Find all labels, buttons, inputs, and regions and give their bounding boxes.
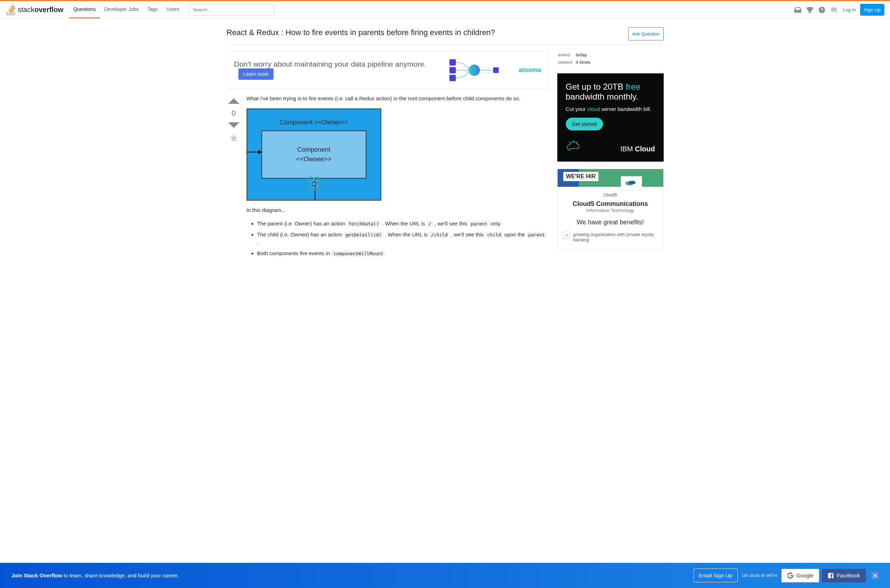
stackoverflow-icon: [6, 4, 16, 15]
asked-value: today: [576, 51, 594, 58]
svg-rect-3: [450, 67, 456, 74]
company-logo-text: Cloud5: [563, 192, 658, 197]
nav-users[interactable]: Users: [162, 1, 184, 18]
logo-text: stackoverflow: [18, 6, 63, 14]
svg-point-8: [483, 68, 484, 69]
hiring-benefit: growing organization with private equity…: [563, 230, 658, 244]
learn-more-button[interactable]: Learn more: [238, 68, 274, 80]
svg-point-11: [483, 72, 484, 73]
svg-point-22: [628, 181, 636, 184]
company-category: Information Technology: [563, 208, 658, 213]
favorite-button[interactable]: [229, 133, 239, 144]
svg-rect-7: [493, 68, 499, 73]
svg-rect-4: [450, 75, 456, 81]
nav-questions[interactable]: Questions: [69, 1, 100, 18]
pipeline-icon: [448, 57, 511, 82]
list-item: Both components fire events in component…: [257, 249, 549, 258]
svg-text:?: ?: [821, 8, 823, 12]
svg-line-19: [569, 141, 571, 143]
diagram-caption: In this diagram...: [247, 206, 549, 214]
signup-button[interactable]: Sign Up: [860, 4, 884, 16]
help-icon[interactable]: ?: [818, 7, 825, 13]
post-intro: What I've been trying is to fire events …: [247, 94, 549, 103]
ad-brand: IBM Cloud: [620, 145, 655, 153]
post: 0 What I've been trying is to fire event…: [227, 94, 549, 263]
ad-banner-top[interactable]: Don't worry about maintaining your data …: [227, 51, 549, 89]
svg-rect-2: [450, 59, 456, 66]
post-bullet-list: The parent (i.e. Owner) has an action fe…: [257, 220, 549, 257]
list-item: The child (i.e. Ownee) has an action get…: [257, 231, 549, 247]
search-box: [189, 4, 274, 16]
svg-point-14: [312, 182, 315, 185]
login-link[interactable]: Log In: [843, 7, 856, 12]
cloud5-icon: [624, 180, 639, 187]
arrow-icon: [247, 152, 262, 152]
hiring-badge: WE'RE HIR: [563, 172, 599, 181]
ad-text: Don't worry about maintaining your data …: [234, 60, 441, 80]
question-header: React & Redux : How to fire events in pa…: [227, 27, 664, 45]
inbox-icon[interactable]: [794, 7, 801, 13]
viewed-value: 4 times: [576, 59, 594, 66]
svg-line-20: [576, 141, 578, 143]
site-header: stackoverflow Questions Developer Jobs T…: [0, 1, 890, 19]
nav-tags[interactable]: Tags: [143, 1, 162, 18]
hiring-header: WE'RE HIR: [558, 169, 663, 187]
question-title: React & Redux : How to fire events in pa…: [227, 27, 495, 38]
post-body: What I've been trying is to fire events …: [247, 94, 549, 263]
vote-column: 0: [227, 94, 241, 263]
sidebar: askedtoday viewed4 times Get up to 20TB …: [557, 51, 664, 263]
svg-point-9: [486, 68, 487, 69]
sidebar-ad-ibm[interactable]: Get up to 20TB free bandwidth monthly. C…: [557, 74, 664, 162]
viewed-label: viewed: [558, 59, 575, 66]
community-icon[interactable]: [830, 7, 837, 13]
diagram-ownee-box: Component <<Ownee>>: [262, 130, 367, 178]
nav-developer-jobs[interactable]: Developer Jobs: [100, 1, 143, 18]
cloud-icon: [566, 140, 582, 153]
ad-subtext: Cut your cloud server bandwidth bill.: [566, 106, 655, 112]
vote-count: 0: [232, 109, 236, 117]
svg-point-13: [489, 72, 490, 73]
svg-point-12: [486, 72, 487, 73]
company-logo: [621, 176, 642, 190]
star-icon: [563, 232, 570, 239]
react-icon: [305, 175, 323, 193]
component-diagram: Component <<Owner>> Component <<Ownee>>: [247, 108, 381, 201]
diagram-owner-label: Component <<Owner>>: [247, 118, 380, 127]
company-name: Cloud5 Communications: [563, 200, 658, 208]
svg-point-5: [469, 64, 480, 76]
get-started-button[interactable]: Get started: [566, 118, 603, 130]
svg-point-10: [489, 68, 490, 69]
list-item: The parent (i.e. Owner) has an action fe…: [257, 220, 549, 228]
ask-question-button[interactable]: Ask Question: [628, 27, 663, 40]
question-stats: askedtoday viewed4 times: [557, 51, 594, 66]
search-input[interactable]: [189, 4, 274, 16]
site-logo[interactable]: stackoverflow: [6, 4, 63, 15]
ad-headline: Get up to 20TB free bandwidth monthly.: [566, 82, 655, 102]
achievements-icon[interactable]: [806, 7, 813, 13]
main-nav: Questions Developer Jobs Tags Users: [69, 1, 183, 18]
hiring-card[interactable]: WE'RE HIR Cloud5 Cloud5 Communications I…: [557, 169, 664, 250]
downvote-button[interactable]: [227, 119, 240, 132]
ad-brand: alooma: [519, 66, 541, 74]
hiring-tagline: We have great benefits!: [563, 219, 658, 226]
upvote-button[interactable]: [227, 94, 240, 107]
asked-label: asked: [558, 51, 575, 58]
